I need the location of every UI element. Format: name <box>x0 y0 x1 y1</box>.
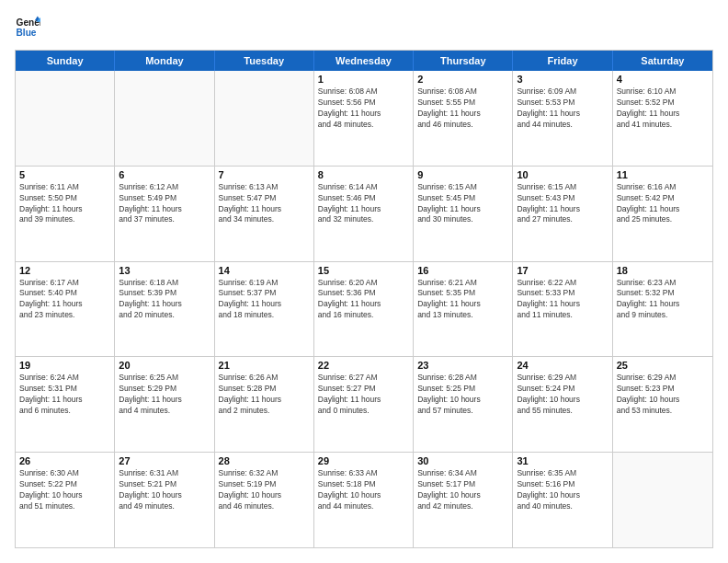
page: General Blue SundayMondayTuesdayWednesda… <box>0 0 728 563</box>
day-content: Sunrise: 6:11 AM Sunset: 5:50 PM Dayligh… <box>19 182 110 226</box>
day-number: 7 <box>219 169 310 180</box>
day-number: 22 <box>318 360 409 371</box>
header-day-sunday: Sunday <box>16 51 115 71</box>
day-content: Sunrise: 6:18 AM Sunset: 5:39 PM Dayligh… <box>119 278 210 322</box>
day-content: Sunrise: 6:08 AM Sunset: 5:55 PM Dayligh… <box>417 86 508 131</box>
calendar-cell-12: 12Sunrise: 6:17 AM Sunset: 5:40 PM Dayli… <box>16 262 115 357</box>
day-number: 25 <box>617 360 709 371</box>
calendar-cell-3: 3Sunrise: 6:09 AM Sunset: 5:53 PM Daylig… <box>513 71 612 166</box>
day-number: 20 <box>119 360 210 371</box>
day-content: Sunrise: 6:22 AM Sunset: 5:33 PM Dayligh… <box>517 278 608 322</box>
day-number: 16 <box>417 265 508 276</box>
day-number: 12 <box>19 265 110 276</box>
day-content: Sunrise: 6:17 AM Sunset: 5:40 PM Dayligh… <box>19 278 110 322</box>
day-number: 26 <box>19 455 110 466</box>
calendar-cell-28: 28Sunrise: 6:32 AM Sunset: 5:19 PM Dayli… <box>215 453 314 547</box>
calendar-cell-1: 1Sunrise: 6:08 AM Sunset: 5:56 PM Daylig… <box>314 71 414 166</box>
header-day-friday: Friday <box>513 51 612 71</box>
calendar-cell-30: 30Sunrise: 6:34 AM Sunset: 5:17 PM Dayli… <box>414 453 513 547</box>
calendar-header: SundayMondayTuesdayWednesdayThursdayFrid… <box>16 51 712 71</box>
day-content: Sunrise: 6:25 AM Sunset: 5:29 PM Dayligh… <box>119 373 210 417</box>
day-content: Sunrise: 6:16 AM Sunset: 5:42 PM Dayligh… <box>617 182 709 226</box>
day-number: 13 <box>119 265 210 276</box>
day-number: 19 <box>19 360 110 371</box>
calendar-row-1: 1Sunrise: 6:08 AM Sunset: 5:56 PM Daylig… <box>16 71 712 166</box>
calendar-cell-empty <box>613 453 712 547</box>
day-content: Sunrise: 6:30 AM Sunset: 5:22 PM Dayligh… <box>19 468 110 512</box>
header-day-saturday: Saturday <box>613 51 712 71</box>
day-number: 8 <box>318 169 409 180</box>
day-number: 10 <box>517 169 608 180</box>
calendar-cell-17: 17Sunrise: 6:22 AM Sunset: 5:33 PM Dayli… <box>513 262 612 357</box>
calendar-cell-25: 25Sunrise: 6:29 AM Sunset: 5:23 PM Dayli… <box>613 357 712 452</box>
calendar-cell-10: 10Sunrise: 6:15 AM Sunset: 5:43 PM Dayli… <box>513 167 612 261</box>
day-content: Sunrise: 6:26 AM Sunset: 5:28 PM Dayligh… <box>219 373 310 417</box>
day-content: Sunrise: 6:15 AM Sunset: 5:43 PM Dayligh… <box>517 182 608 226</box>
day-content: Sunrise: 6:29 AM Sunset: 5:24 PM Dayligh… <box>517 373 608 417</box>
day-content: Sunrise: 6:24 AM Sunset: 5:31 PM Dayligh… <box>19 373 110 417</box>
day-content: Sunrise: 6:12 AM Sunset: 5:49 PM Dayligh… <box>119 182 210 226</box>
day-number: 14 <box>219 265 310 276</box>
calendar: SundayMondayTuesdayWednesdayThursdayFrid… <box>15 50 713 548</box>
day-content: Sunrise: 6:09 AM Sunset: 5:53 PM Dayligh… <box>517 86 608 131</box>
day-number: 24 <box>517 360 608 371</box>
calendar-cell-4: 4Sunrise: 6:10 AM Sunset: 5:52 PM Daylig… <box>613 71 712 166</box>
day-number: 28 <box>219 455 310 466</box>
day-number: 31 <box>517 455 608 466</box>
calendar-cell-24: 24Sunrise: 6:29 AM Sunset: 5:24 PM Dayli… <box>513 357 612 452</box>
calendar-cell-empty <box>115 71 214 166</box>
day-number: 15 <box>318 265 409 276</box>
svg-text:Blue: Blue <box>17 28 37 38</box>
day-content: Sunrise: 6:29 AM Sunset: 5:23 PM Dayligh… <box>617 373 709 417</box>
calendar-cell-5: 5Sunrise: 6:11 AM Sunset: 5:50 PM Daylig… <box>16 167 115 261</box>
calendar-cell-14: 14Sunrise: 6:19 AM Sunset: 5:37 PM Dayli… <box>215 262 314 357</box>
calendar-cell-empty <box>215 71 314 166</box>
day-content: Sunrise: 6:20 AM Sunset: 5:36 PM Dayligh… <box>318 278 409 322</box>
day-content: Sunrise: 6:10 AM Sunset: 5:52 PM Dayligh… <box>617 86 709 131</box>
day-number: 30 <box>417 455 508 466</box>
header-day-thursday: Thursday <box>414 51 513 71</box>
day-content: Sunrise: 6:33 AM Sunset: 5:18 PM Dayligh… <box>318 468 409 512</box>
calendar-cell-15: 15Sunrise: 6:20 AM Sunset: 5:36 PM Dayli… <box>314 262 414 357</box>
calendar-body: 1Sunrise: 6:08 AM Sunset: 5:56 PM Daylig… <box>16 71 712 547</box>
calendar-cell-21: 21Sunrise: 6:26 AM Sunset: 5:28 PM Dayli… <box>215 357 314 452</box>
day-content: Sunrise: 6:19 AM Sunset: 5:37 PM Dayligh… <box>219 278 310 322</box>
calendar-cell-empty <box>16 71 115 166</box>
calendar-row-3: 12Sunrise: 6:17 AM Sunset: 5:40 PM Dayli… <box>16 261 712 357</box>
day-content: Sunrise: 6:14 AM Sunset: 5:46 PM Dayligh… <box>318 182 409 226</box>
day-number: 23 <box>417 360 508 371</box>
day-content: Sunrise: 6:27 AM Sunset: 5:27 PM Dayligh… <box>318 373 409 417</box>
calendar-cell-27: 27Sunrise: 6:31 AM Sunset: 5:21 PM Dayli… <box>115 453 214 547</box>
header-day-tuesday: Tuesday <box>215 51 314 71</box>
calendar-cell-11: 11Sunrise: 6:16 AM Sunset: 5:42 PM Dayli… <box>613 167 712 261</box>
calendar-cell-8: 8Sunrise: 6:14 AM Sunset: 5:46 PM Daylig… <box>314 167 414 261</box>
day-number: 21 <box>219 360 310 371</box>
day-content: Sunrise: 6:13 AM Sunset: 5:47 PM Dayligh… <box>219 182 310 226</box>
calendar-cell-6: 6Sunrise: 6:12 AM Sunset: 5:49 PM Daylig… <box>115 167 214 261</box>
day-number: 18 <box>617 265 709 276</box>
day-number: 6 <box>119 169 210 180</box>
day-content: Sunrise: 6:35 AM Sunset: 5:16 PM Dayligh… <box>517 468 608 512</box>
day-number: 27 <box>119 455 210 466</box>
day-number: 29 <box>318 455 409 466</box>
day-number: 17 <box>517 265 608 276</box>
day-content: Sunrise: 6:28 AM Sunset: 5:25 PM Dayligh… <box>417 373 508 417</box>
calendar-cell-19: 19Sunrise: 6:24 AM Sunset: 5:31 PM Dayli… <box>16 357 115 452</box>
day-number: 1 <box>318 74 409 85</box>
calendar-cell-16: 16Sunrise: 6:21 AM Sunset: 5:35 PM Dayli… <box>414 262 513 357</box>
calendar-cell-18: 18Sunrise: 6:23 AM Sunset: 5:32 PM Dayli… <box>613 262 712 357</box>
calendar-row-4: 19Sunrise: 6:24 AM Sunset: 5:31 PM Dayli… <box>16 356 712 452</box>
calendar-cell-29: 29Sunrise: 6:33 AM Sunset: 5:18 PM Dayli… <box>314 453 414 547</box>
calendar-cell-23: 23Sunrise: 6:28 AM Sunset: 5:25 PM Dayli… <box>414 357 513 452</box>
calendar-cell-26: 26Sunrise: 6:30 AM Sunset: 5:22 PM Dayli… <box>16 453 115 547</box>
calendar-cell-2: 2Sunrise: 6:08 AM Sunset: 5:55 PM Daylig… <box>414 71 513 166</box>
calendar-cell-20: 20Sunrise: 6:25 AM Sunset: 5:29 PM Dayli… <box>115 357 214 452</box>
calendar-cell-7: 7Sunrise: 6:13 AM Sunset: 5:47 PM Daylig… <box>215 167 314 261</box>
day-content: Sunrise: 6:32 AM Sunset: 5:19 PM Dayligh… <box>219 468 310 512</box>
calendar-cell-9: 9Sunrise: 6:15 AM Sunset: 5:45 PM Daylig… <box>414 167 513 261</box>
header-day-monday: Monday <box>115 51 214 71</box>
day-content: Sunrise: 6:21 AM Sunset: 5:35 PM Dayligh… <box>417 278 508 322</box>
day-number: 3 <box>517 74 608 85</box>
header: General Blue <box>15 15 713 40</box>
logo: General Blue <box>15 15 40 40</box>
